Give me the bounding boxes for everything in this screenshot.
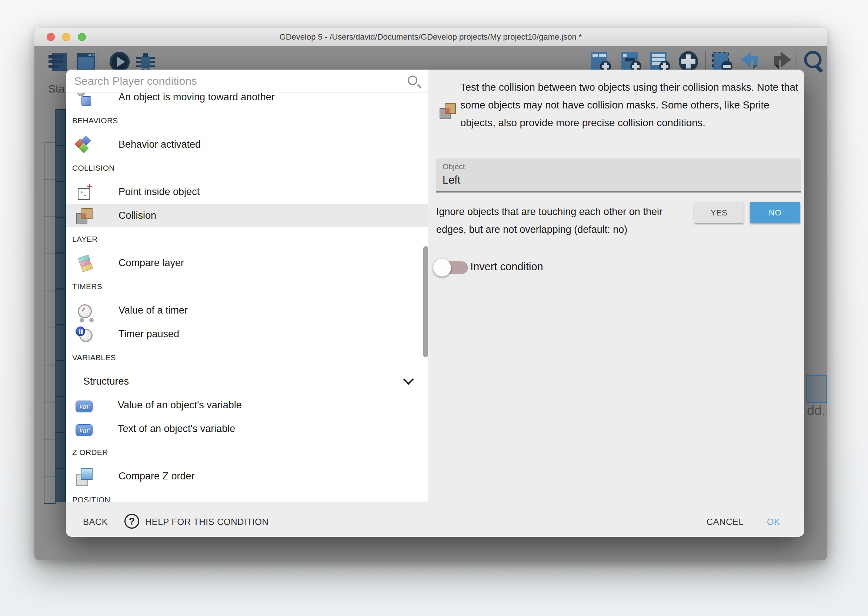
- object-field-value[interactable]: Left: [442, 174, 460, 186]
- invert-condition-label: Invert condition: [470, 261, 543, 273]
- window-title: GDevelop 5 - /Users/david/Documents/GDev…: [35, 28, 827, 46]
- search-input[interactable]: Search Player conditions: [74, 69, 197, 93]
- section-header-position: POSITION: [66, 488, 428, 501]
- item-label: POSITION: [72, 495, 110, 501]
- item-label: Text of an object's variable: [118, 423, 235, 435]
- help-button[interactable]: HELP FOR THIS CONDITION: [145, 514, 269, 531]
- compare-layer-icon: [75, 254, 93, 272]
- condition-description: Test the collision between two objects u…: [460, 79, 801, 132]
- titlebar[interactable]: GDevelop 5 - /Users/david/Documents/GDev…: [35, 28, 827, 46]
- variable-icon: Var: [75, 424, 93, 436]
- condition-item-timer-paused[interactable]: Timer paused: [66, 322, 428, 346]
- background-event-outlines: [44, 143, 55, 504]
- section-header-variables: VARIABLES: [66, 346, 428, 369]
- item-label: Point inside object: [118, 186, 200, 198]
- ignore-edges-text: Ignore objects that are touching each ot…: [436, 203, 681, 239]
- condition-item-compare-z-order[interactable]: Compare Z order: [66, 464, 428, 488]
- object-moving-toward-icon: [75, 93, 93, 106]
- section-header-timers: TIMERS: [66, 275, 428, 299]
- condition-item-structures[interactable]: Structures: [66, 369, 428, 393]
- object-field-label: Object: [442, 162, 465, 171]
- variable-icon: Var: [75, 401, 93, 412]
- back-button[interactable]: BACK: [83, 514, 108, 531]
- toolbar-divider: [705, 51, 706, 72]
- background-add-label: dd...: [807, 403, 827, 418]
- condition-item-collision[interactable]: Collision: [66, 204, 428, 227]
- item-label: Structures: [83, 376, 129, 387]
- condition-item-text-of-an-object-s-variable[interactable]: VarText of an object's variable: [66, 417, 428, 440]
- cancel-button[interactable]: CANCEL: [706, 514, 744, 531]
- background-tab-label: Sta: [48, 83, 65, 95]
- item-label: TIMERS: [72, 282, 102, 291]
- behavior-icon: [75, 135, 93, 153]
- item-label: COLLISION: [72, 163, 115, 173]
- no-button[interactable]: NO: [750, 202, 800, 223]
- condition-item-value-of-an-object-s-variable[interactable]: VarValue of an object's variable: [66, 393, 428, 417]
- toolbar-divider: [797, 51, 797, 72]
- condition-list[interactable]: An object is moving toward anotherBEHAVI…: [66, 93, 428, 501]
- timer-paused-icon: [75, 325, 93, 343]
- section-header-z-order: Z ORDER: [66, 440, 428, 464]
- toggle-knob[interactable]: [433, 259, 451, 277]
- condition-editor-dialog: Search Player conditions An object is mo…: [66, 69, 804, 537]
- collision-icon: [75, 207, 93, 224]
- item-label: An object is moving toward another: [118, 93, 275, 103]
- invert-condition-toggle[interactable]: [437, 261, 468, 274]
- search-bar[interactable]: Search Player conditions: [66, 69, 428, 93]
- item-label: Collision: [118, 210, 156, 222]
- condition-item-compare-layer[interactable]: Compare layer: [66, 251, 428, 275]
- search-icon: [408, 75, 417, 85]
- item-label: Compare Z order: [118, 470, 195, 482]
- object-field[interactable]: Object Left: [436, 159, 801, 193]
- condition-item-behavior-activated[interactable]: Behavior activated: [66, 132, 428, 156]
- section-header-layer: LAYER: [66, 227, 428, 251]
- condition-rows: An object is moving toward anotherBEHAVI…: [66, 93, 428, 501]
- chevron-down-icon: [403, 374, 414, 385]
- section-header-behaviors: BEHAVIORS: [66, 109, 428, 132]
- condition-item-an-object-is-moving-toward-another[interactable]: An object is moving toward another: [66, 93, 428, 109]
- toolbar-divider: [97, 51, 97, 72]
- background-focused-field: [806, 375, 827, 403]
- yes-button[interactable]: YES: [694, 202, 744, 223]
- condition-item-value-of-a-timer[interactable]: Value of a timer: [66, 299, 428, 322]
- item-label: Value of an object's variable: [118, 399, 242, 411]
- collision-icon: [439, 101, 457, 119]
- search-events-icon[interactable]: [802, 50, 824, 74]
- item-label: Z ORDER: [72, 448, 108, 457]
- background-event-rows: [55, 109, 66, 502]
- item-label: LAYER: [72, 235, 98, 244]
- compare-z-order-icon: [75, 467, 93, 485]
- project-manager-icon[interactable]: [47, 50, 69, 74]
- list-scrollbar[interactable]: [423, 246, 428, 357]
- item-label: Compare layer: [118, 257, 184, 269]
- timer-value-icon: [75, 301, 93, 319]
- ok-button[interactable]: OK: [767, 514, 780, 531]
- item-label: VARIABLES: [72, 353, 116, 362]
- condition-item-point-inside-object[interactable]: Point inside object: [66, 180, 428, 204]
- section-header-collision: COLLISION: [66, 156, 428, 180]
- item-label: Value of a timer: [118, 305, 188, 316]
- help-icon[interactable]: ?: [124, 514, 139, 529]
- point-inside-object-icon: [75, 183, 93, 201]
- item-label: BEHAVIORS: [72, 116, 118, 125]
- item-label: Timer paused: [118, 328, 179, 340]
- item-label: Behavior activated: [118, 139, 201, 150]
